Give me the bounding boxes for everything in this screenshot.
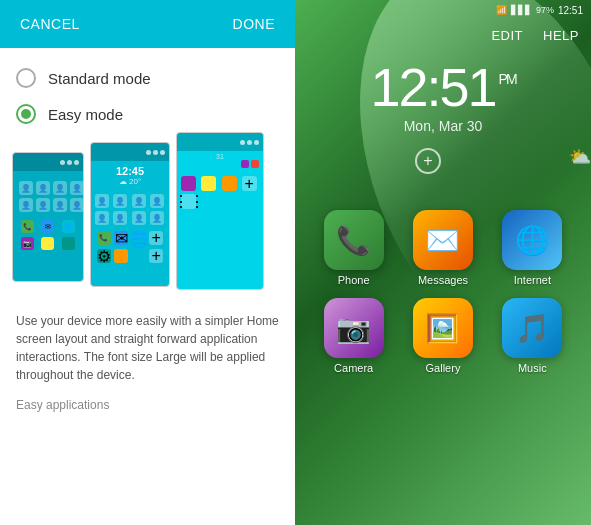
- right-status-bar: 📶 ▋▋▋ 97% 12:51: [295, 0, 591, 20]
- gallery-label: Gallery: [426, 362, 461, 374]
- preview-icon: 👤: [132, 211, 146, 225]
- preview-icon-colored: ⚙: [97, 249, 111, 263]
- preview-icon-colored: 🌐: [62, 220, 75, 233]
- preview-icon: +: [149, 231, 163, 245]
- phone-label: Phone: [338, 274, 370, 286]
- messages-icon[interactable]: ✉️: [413, 210, 473, 270]
- apps-grid: 📞 Phone ✉️ Messages 🌐 Internet 📷 Camera …: [295, 194, 591, 390]
- preview-dot: [240, 140, 245, 145]
- preview-icons-grid-md: 👤 👤 👤 👤 👤 👤 👤 👤: [91, 190, 169, 229]
- clock-ampm: PM: [499, 72, 516, 86]
- preview-icon-colored: 📞: [97, 231, 111, 245]
- preview-dot: [74, 160, 79, 165]
- preview-icon: 👤: [19, 181, 33, 195]
- clock-area: 12:51 PM Mon, Mar 30: [295, 50, 591, 134]
- app-item-phone[interactable]: 📞 Phone: [315, 210, 392, 286]
- preview-icon: 👤: [53, 181, 67, 195]
- clock-date: Mon, Mar 30: [295, 118, 591, 134]
- standard-mode-label: Standard mode: [48, 70, 151, 87]
- preview-screen-large: 31 + ⋮⋮: [176, 132, 264, 290]
- app-item-camera[interactable]: 📷 Camera: [315, 298, 392, 374]
- preview-weather: ☁ 20°: [91, 177, 169, 186]
- preview-icon: 👤: [36, 181, 50, 195]
- right-top-bar: EDIT HELP: [295, 20, 591, 50]
- preview-icon: 👤: [150, 211, 164, 225]
- preview-dot: [160, 150, 165, 155]
- gallery-icon-glyph: 🖼️: [425, 312, 460, 345]
- preview-icon-colored: [132, 249, 146, 263]
- preview-icon: ⋮⋮: [181, 194, 196, 209]
- done-button[interactable]: DONE: [233, 16, 275, 32]
- preview-icon-colored: [62, 237, 75, 250]
- preview-screen-medium: 12:45 ☁ 20° 👤 👤 👤 👤 👤 👤 👤 👤 📞 ✉ 🌐 + ⚙: [90, 142, 170, 287]
- sim-icon: 📶: [496, 5, 507, 15]
- preview-icon: 👤: [70, 181, 84, 195]
- preview-icon-colored: [114, 249, 128, 263]
- preview-icon-colored: 🌐: [132, 231, 146, 245]
- add-widget-button[interactable]: +: [415, 148, 441, 174]
- preview-dot: [254, 140, 259, 145]
- preview-icon: +: [242, 176, 257, 191]
- easy-mode-radio-fill: [21, 109, 31, 119]
- preview-dot: [67, 160, 72, 165]
- preview-icon: +: [149, 249, 163, 263]
- preview-icon: 👤: [36, 198, 50, 212]
- camera-icon-glyph: 📷: [336, 312, 371, 345]
- preview-header-medium: [91, 143, 169, 161]
- preview-icon: 👤: [70, 198, 84, 212]
- messages-label: Messages: [418, 274, 468, 286]
- preview-area: 👤 👤 👤 👤 👤 👤 👤 👤 📞 ✉ 🌐 📷: [0, 144, 295, 304]
- internet-icon-glyph: 🌐: [515, 224, 550, 257]
- app-item-messages[interactable]: ✉️ Messages: [404, 210, 481, 286]
- music-icon[interactable]: 🎵: [502, 298, 562, 358]
- phone-icon[interactable]: 📞: [324, 210, 384, 270]
- preview-icons-grid-lg: + ⋮⋮: [177, 172, 263, 213]
- messages-icon-glyph: ✉️: [425, 224, 460, 257]
- preview-dot: [247, 140, 252, 145]
- gallery-icon[interactable]: 🖼️: [413, 298, 473, 358]
- preview-icon: 👤: [19, 198, 33, 212]
- preview-icon-colored: ✉: [114, 231, 128, 245]
- standard-mode-radio[interactable]: [16, 68, 36, 88]
- preview-dot: [146, 150, 151, 155]
- preview-icon: 👤: [132, 194, 146, 208]
- signal-icon: ▋▋▋: [511, 5, 532, 15]
- preview-icon: [201, 176, 216, 191]
- clock-time: 12:51 PM: [295, 60, 591, 114]
- preview-icon: [222, 176, 237, 191]
- app-item-music[interactable]: 🎵 Music: [494, 298, 571, 374]
- phone-icon-glyph: 📞: [336, 224, 371, 257]
- help-button[interactable]: HELP: [543, 28, 579, 43]
- preview-icon: 👤: [95, 211, 109, 225]
- left-panel: CANCEL DONE Standard mode Easy mode 👤: [0, 0, 295, 525]
- right-panel: 📶 ▋▋▋ 97% 12:51 EDIT HELP 12:51 PM Mon, …: [295, 0, 591, 525]
- preview-icons-grid: 👤 👤 👤 👤 👤 👤 👤 👤: [15, 177, 81, 216]
- clock-time-main: 12:51: [370, 60, 495, 114]
- preview-icon: [181, 176, 196, 191]
- preview-time: 12:45: [91, 165, 169, 177]
- music-label: Music: [518, 362, 547, 374]
- preview-dot: [153, 150, 158, 155]
- standard-mode-option[interactable]: Standard mode: [16, 60, 279, 96]
- easy-mode-option[interactable]: Easy mode: [16, 96, 279, 132]
- preview-icon: 👤: [150, 194, 164, 208]
- camera-icon[interactable]: 📷: [324, 298, 384, 358]
- weather-row: + ⛅: [295, 140, 591, 174]
- app-item-gallery[interactable]: 🖼️ Gallery: [404, 298, 481, 374]
- preview-icon: 👤: [113, 211, 127, 225]
- battery-label: 97%: [536, 5, 554, 15]
- easy-mode-label: Easy mode: [48, 106, 123, 123]
- easy-apps-label: Easy applications: [0, 392, 295, 416]
- preview-header-small: [13, 153, 83, 171]
- preview-icon: 👤: [53, 198, 67, 212]
- left-header: CANCEL DONE: [0, 0, 295, 48]
- easy-mode-radio[interactable]: [16, 104, 36, 124]
- edit-button[interactable]: EDIT: [491, 28, 523, 43]
- preview-icon-colored: [41, 237, 54, 250]
- internet-icon[interactable]: 🌐: [502, 210, 562, 270]
- cancel-button[interactable]: CANCEL: [20, 16, 80, 32]
- description-text: Use your device more easily with a simpl…: [0, 304, 295, 392]
- camera-label: Camera: [334, 362, 373, 374]
- time-label: 12:51: [558, 5, 583, 16]
- app-item-internet[interactable]: 🌐 Internet: [494, 210, 571, 286]
